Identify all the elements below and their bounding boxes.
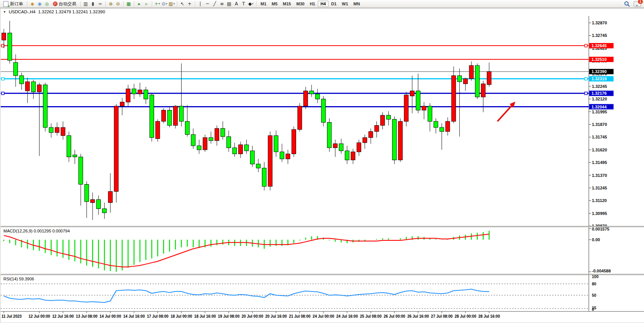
auto-scroll-icon[interactable]: ▸ [136, 0, 143, 8]
time-label: 26 Jul 00:00 [384, 314, 405, 318]
new-order-button[interactable]: 新订单 [1, 0, 26, 8]
time-label: 14 Jul 00:00 [100, 314, 121, 318]
time-label: 21 Jul 08:00 [289, 314, 311, 318]
candle [280, 152, 284, 159]
timeframe-m30[interactable]: M30 [293, 1, 307, 7]
candle [120, 102, 124, 106]
svg-text:1.32176: 1.32176 [591, 91, 607, 95]
candle [209, 138, 213, 141]
tile-windows-icon[interactable]: ▦ [125, 0, 132, 8]
trend-arrow[interactable] [497, 102, 515, 121]
time-label: 11 Jul 2023 [2, 314, 22, 318]
time-label: 13 Jul 08:00 [76, 314, 97, 318]
trendline-icon[interactable]: ╱ [211, 0, 218, 8]
svg-text:1.32120: 1.32120 [592, 97, 607, 101]
candle [351, 152, 355, 160]
candle [304, 91, 308, 106]
text-label-icon[interactable]: T [240, 0, 247, 8]
macd-panel[interactable]: MACD(12,26,9) 0.001295 0.000794 0.001575… [1, 227, 644, 274]
chart-ohlc: 1.32262 1.32479 1.32241 1.32390 [38, 10, 105, 14]
bar-chart-icon[interactable]: ▥ [82, 0, 89, 8]
chat-icon[interactable]: 1 [634, 1, 641, 7]
templates-icon[interactable]: ▨▾ [168, 0, 175, 8]
toolbar-separator [80, 1, 81, 7]
candle [150, 95, 154, 138]
timeframe-mn[interactable]: MN [351, 1, 363, 7]
timeframe-bar: M1M5M15M30H1H4D1W1MN [258, 1, 363, 7]
crosshair-icon[interactable]: + [186, 0, 193, 8]
time-label: 20 Jul 16:00 [265, 314, 287, 318]
svg-text:0.00: 0.00 [592, 237, 600, 242]
hline-1.32176[interactable] [1, 92, 589, 95]
signals-icon[interactable]: ◎ [43, 0, 51, 8]
mt4-window: 新订单 ◆◉◎ 自动交易 ▥▮≈⊕⊖▦▸▹+▾⊙▾▨▾↖+|─╱≡▤AT◆▾ M… [0, 0, 644, 323]
candle [233, 148, 237, 154]
chart-menu-icon[interactable]: ▼ [3, 10, 6, 14]
candle [79, 157, 83, 184]
timeframe-h4[interactable]: H4 [318, 1, 328, 7]
svg-text:-0.004588: -0.004588 [592, 269, 611, 273]
timeframe-m5[interactable]: M5 [269, 1, 280, 7]
candle [451, 76, 456, 121]
timeframe-h1[interactable]: H1 [307, 1, 318, 7]
zoom-in-icon[interactable]: ⊕ [107, 0, 115, 8]
main-chart-panel[interactable]: 1.328701.327451.326201.324951.323701.322… [1, 16, 644, 226]
line-chart-icon[interactable]: ≈ [97, 0, 104, 8]
candle [398, 121, 402, 160]
time-label: 24 Jul 16:00 [336, 314, 358, 318]
candle [31, 82, 35, 92]
horizontal-line-icon[interactable]: ─ [204, 0, 211, 8]
autotrading-button[interactable]: 自动交易 [51, 0, 79, 8]
svg-text:1.32245: 1.32245 [592, 84, 607, 89]
candle [67, 135, 71, 157]
hline-1.32645[interactable] [1, 45, 589, 47]
chart-symbol-period: USDCAD-,H4 [9, 10, 35, 14]
svg-text:1.32390: 1.32390 [591, 69, 607, 74]
new-order-label: 新订单 [10, 1, 23, 7]
candle [49, 127, 53, 132]
candle [26, 82, 30, 91]
candle [440, 127, 444, 132]
hline-1.32319[interactable] [1, 78, 589, 80]
arrows-icon[interactable]: ◆▾ [247, 0, 255, 8]
fibonacci-icon[interactable]: ≡ [218, 0, 226, 8]
candle [446, 121, 450, 132]
time-label: 12 Jul 16:00 [52, 314, 74, 318]
time-axis[interactable]: 11 Jul 202312 Jul 00:0012 Jul 16:0013 Ju… [1, 311, 644, 322]
chart-shift-icon[interactable]: ▹ [143, 0, 150, 8]
candle [43, 85, 47, 127]
new-order-icon [3, 1, 8, 7]
timeframe-m1[interactable]: M1 [258, 1, 269, 7]
community-icon[interactable]: ◉ [36, 0, 43, 8]
cursor-icon[interactable]: ↖ [179, 0, 186, 8]
timeframe-m15[interactable]: M15 [280, 1, 293, 7]
candle [286, 154, 290, 159]
timeframe-w1[interactable]: W1 [339, 1, 351, 7]
vertical-line-icon[interactable]: | [197, 0, 204, 8]
text-icon[interactable]: A [233, 0, 240, 8]
candlestick-chart-icon[interactable]: ▮ [89, 0, 97, 8]
rsi-panel[interactable]: RSI(14) 59.3906 1008050150 [1, 275, 644, 311]
candle [268, 135, 272, 186]
periods-icon[interactable]: ⊙▾ [161, 0, 168, 8]
candle [481, 84, 485, 97]
candle [457, 76, 462, 82]
svg-text:1.32044: 1.32044 [591, 105, 607, 109]
toolbar: 新订单 ◆◉◎ 自动交易 ▥▮≈⊕⊖▦▸▹+▾⊙▾▨▾↖+|─╱≡▤AT◆▾ M… [0, 0, 644, 8]
svg-text:1.31495: 1.31495 [592, 160, 607, 165]
equidistant-channel-icon[interactable]: ▤ [226, 0, 233, 8]
candle [369, 132, 373, 138]
search-icon[interactable] [624, 1, 630, 7]
candle [73, 155, 77, 157]
candle [191, 135, 195, 146]
candle [14, 62, 18, 76]
indicators-icon[interactable]: +▾ [154, 0, 161, 8]
candles-layer [2, 21, 491, 220]
zoom-out-icon[interactable]: ⊖ [115, 0, 122, 8]
svg-text:100: 100 [592, 275, 599, 279]
timeframe-d1[interactable]: D1 [328, 1, 339, 7]
metaeditor-icon[interactable]: ◆ [29, 0, 36, 8]
time-label: 26 Jul 16:00 [407, 314, 429, 318]
candle [262, 168, 266, 186]
candle [102, 209, 107, 213]
